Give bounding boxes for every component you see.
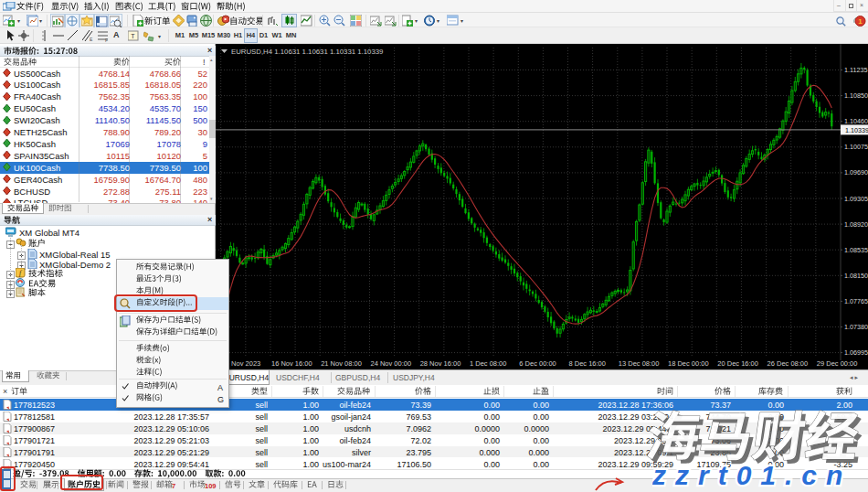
- svg-text:1.07765: 1.07765: [844, 297, 868, 305]
- svg-text:F: F: [105, 37, 108, 42]
- svg-text:21 Nov 08:00: 21 Nov 08:00: [321, 359, 362, 368]
- svg-text:20 Dec 16:00: 20 Dec 16:00: [717, 359, 758, 368]
- svg-text:E: E: [90, 37, 93, 42]
- svg-text:18 Dec 00:00: 18 Dec 00:00: [668, 359, 709, 368]
- svg-text:29 Dec 00:00: 29 Dec 00:00: [817, 359, 858, 368]
- svg-text:1.08535: 1.08535: [844, 246, 868, 254]
- svg-text:1.08150: 1.08150: [844, 272, 868, 280]
- svg-text:1: 1: [858, 17, 863, 26]
- svg-text:1.09690: 1.09690: [844, 168, 868, 176]
- svg-text:1 Dec 08:00: 1 Dec 08:00: [470, 359, 506, 368]
- svg-text:16 Nov 16:00: 16 Nov 16:00: [271, 359, 312, 368]
- svg-text:28 Nov 16:00: 28 Nov 16:00: [420, 359, 461, 368]
- svg-text:1.06995: 1.06995: [844, 348, 868, 357]
- svg-text:1.08920: 1.08920: [844, 220, 868, 229]
- svg-text:EURUSD,H4 1.10631 1.10631 1.1: EURUSD,H4 1.10631 1.10631 1.10331 1.1033…: [231, 48, 383, 56]
- svg-text:1.11235: 1.11235: [844, 66, 867, 74]
- svg-text:8 Dec 16:00: 8 Dec 16:00: [569, 359, 606, 368]
- svg-text:1.10460: 1.10460: [844, 117, 868, 125]
- svg-text:26 Dec 08:00: 26 Dec 08:00: [767, 359, 809, 368]
- svg-text:1.10339: 1.10339: [845, 126, 868, 134]
- svg-text:zzrt01.cn: zzrt01.cn: [652, 461, 852, 490]
- svg-text:1.07380: 1.07380: [844, 323, 868, 331]
- svg-text:13 Dec 08:00: 13 Dec 08:00: [619, 359, 660, 368]
- svg-text:6 Dec 00:00: 6 Dec 00:00: [519, 359, 556, 368]
- svg-text:1.09305: 1.09305: [844, 195, 868, 203]
- svg-text:1.10075: 1.10075: [844, 143, 868, 151]
- svg-text:24 Nov 00:00: 24 Nov 00:00: [371, 359, 412, 368]
- svg-text:1.10850: 1.10850: [844, 91, 868, 100]
- svg-text:T: T: [131, 33, 135, 39]
